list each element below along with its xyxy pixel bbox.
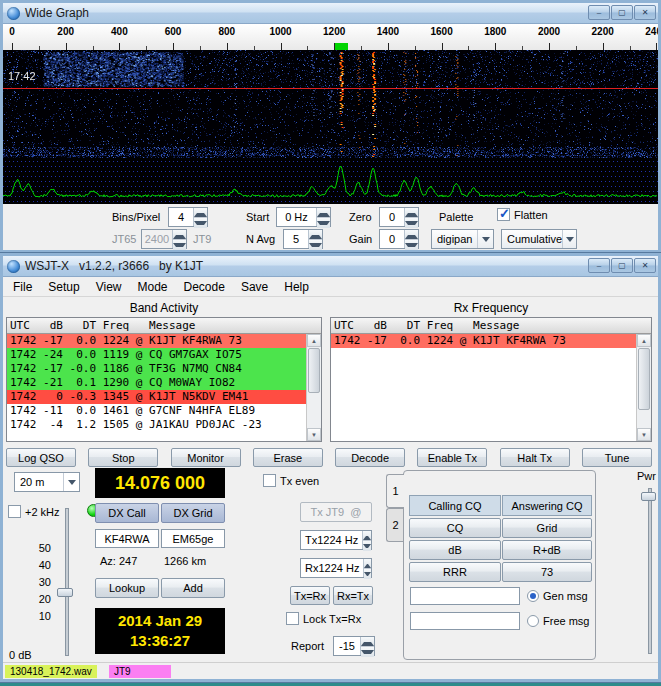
decode-row[interactable]: 1742 -21 0.1 1290 @ CQ M0WAY IO82 [7, 376, 306, 390]
scroll-up-icon[interactable]: ▲ [637, 334, 651, 347]
decode-row[interactable]: 1742 -4 1.2 1505 @ JA1KAU PD0JAC -23 [7, 418, 306, 432]
plus-2khz-checkbox[interactable]: +2 kHz [8, 505, 60, 518]
menu-decode[interactable]: Decode [176, 278, 233, 296]
globe-icon [7, 7, 20, 20]
scrollbar-thumb[interactable] [638, 348, 650, 410]
db-button[interactable]: dB [409, 540, 501, 560]
dx-grid-field[interactable]: EM65ge [161, 529, 225, 548]
zero-spinner[interactable]: 0 [379, 207, 419, 227]
freq-tick [603, 43, 604, 50]
menu-setup[interactable]: Setup [40, 278, 87, 296]
rx-gain-slider-handle[interactable] [57, 588, 73, 597]
dx-call-button[interactable]: DX Call [95, 503, 159, 523]
navg-spinner[interactable]: 5 [283, 229, 323, 249]
dx-grid-button[interactable]: DX Grid [161, 503, 225, 523]
frequency-scale[interactable]: 0200400600800100012001400160018002000220… [3, 24, 658, 50]
band-activity-rows: 1742 -17 0.0 1224 @ K1JT KF4RWA 731742 -… [7, 334, 306, 441]
rx-eq-tx-button[interactable]: Rx=Tx [333, 586, 373, 605]
wide-graph-titlebar[interactable]: Wide Graph – ▢ ✕ [3, 3, 658, 24]
enable-tx-button[interactable]: Enable Tx [417, 448, 487, 467]
maximize-button[interactable]: ▢ [611, 5, 633, 20]
gen-msg-radio[interactable] [527, 590, 539, 602]
display-mode-select[interactable]: Cumulative [501, 229, 577, 249]
rrr-button[interactable]: RRR [409, 562, 501, 582]
close-button[interactable]: ✕ [634, 5, 656, 20]
freq-tick-label: 2400 [645, 26, 658, 37]
jt9-label: JT9 [193, 233, 211, 245]
distance-label: 1266 km [164, 555, 206, 567]
band-select[interactable]: 20 m [14, 472, 80, 492]
main-titlebar[interactable]: WSJT-X v1.2.2, r3666 by K1JT – ▢ ✕ [3, 256, 658, 277]
erase-button[interactable]: Erase [253, 448, 323, 467]
decode-row[interactable]: 1742 -11 0.0 1461 @ G7CNF N4HFA EL89 [7, 404, 306, 418]
flatten-checkbox[interactable]: Flatten [497, 208, 548, 221]
pwr-slider[interactable] [648, 488, 652, 654]
r-db-button[interactable]: R+dB [502, 540, 592, 560]
message-tab-2[interactable]: 2 [386, 508, 404, 542]
decode-row[interactable]: 1742 0 -0.3 1345 @ K1JT N5KDV EM41 [7, 390, 306, 404]
scroll-down-icon[interactable]: ▼ [307, 428, 321, 441]
palette-select[interactable]: digipan [431, 229, 494, 249]
tx-freq-spinner[interactable]: Tx 1224 Hz [300, 530, 372, 550]
message-tab-1[interactable]: 1 [386, 474, 404, 508]
free-msg-radio[interactable] [527, 615, 539, 627]
tx-even-checkbox[interactable]: Tx even [263, 474, 319, 487]
gain-spinner[interactable]: 0 [379, 229, 419, 249]
stop-button[interactable]: Stop [88, 448, 158, 467]
scroll-up-icon[interactable]: ▲ [307, 334, 321, 347]
spectrum-display[interactable] [3, 158, 658, 204]
add-button[interactable]: Add [161, 578, 225, 598]
spin-up-icon [194, 208, 207, 218]
pwr-label: Pwr [637, 470, 656, 482]
db-tick-label: 40 [31, 559, 51, 571]
rx-freq-spinner[interactable]: Rx 1224 Hz [300, 558, 372, 578]
minimize-button[interactable]: – [588, 5, 610, 20]
minimize-button[interactable]: – [588, 258, 610, 273]
bins-pixel-spinner[interactable]: 4 [168, 207, 208, 227]
decode-row[interactable]: 1742 -17 0.0 1224 @ K1JT KF4RWA 73 [7, 334, 306, 348]
decode-row[interactable]: 1742 -24 0.0 1119 @ CQ GM7GAX IO75 [7, 348, 306, 362]
dx-call-field[interactable]: KF4RWA [95, 529, 159, 548]
rx-gain-slider[interactable] [65, 508, 69, 656]
halt-tx-button[interactable]: Halt Tx [500, 448, 570, 467]
free-msg-input[interactable] [410, 612, 520, 630]
zero-db-label: 0 dB [9, 649, 32, 661]
decode-button[interactable]: Decode [335, 448, 405, 467]
freq-tick [281, 43, 282, 50]
waterfall-display[interactable]: 17:42 [3, 50, 658, 158]
menu-save[interactable]: Save [233, 278, 276, 296]
db-tick-label: 10 [31, 610, 51, 622]
scroll-down-icon[interactable]: ▼ [637, 428, 651, 441]
rx-frequency-scrollbar[interactable]: ▲ ▼ [636, 334, 651, 441]
log-qso-button[interactable]: Log QSO [6, 448, 76, 467]
db-tick-label: 20 [31, 593, 51, 605]
band-activity-table: UTC dB DT Freq Message 1742 -17 0.0 1224… [6, 317, 322, 442]
start-spinner[interactable]: 0 Hz [276, 207, 331, 227]
decode-row[interactable]: 1742 -17 0.0 1224 @ K1JT KF4RWA 73 [331, 334, 636, 348]
spin-down-icon [364, 569, 371, 579]
gen-msg-input[interactable] [410, 587, 520, 605]
scrollbar-thumb[interactable] [308, 348, 320, 393]
close-button[interactable]: ✕ [634, 258, 656, 273]
decode-row[interactable]: 1742 -17 -0.0 1186 @ TF3G N7MQ CN84 [7, 362, 306, 376]
pwr-slider-handle[interactable] [641, 492, 656, 501]
grid-button[interactable]: Grid [502, 518, 592, 538]
monitor-button[interactable]: Monitor [171, 448, 241, 467]
rx-frequency-rows: 1742 -17 0.0 1224 @ K1JT KF4RWA 73 [331, 334, 636, 441]
menu-file[interactable]: File [5, 278, 40, 296]
spin-up-icon [405, 230, 418, 240]
freq-tick-label: 2200 [592, 26, 614, 37]
lookup-button[interactable]: Lookup [95, 578, 159, 598]
menu-view[interactable]: View [88, 278, 130, 296]
lock-txrx-checkbox[interactable]: Lock Tx=Rx [286, 612, 361, 625]
freq-tick [656, 43, 657, 50]
menu-help[interactable]: Help [276, 278, 317, 296]
tx-eq-rx-button[interactable]: Tx=Rx [290, 586, 330, 605]
band-activity-scrollbar[interactable]: ▲ ▼ [306, 334, 321, 441]
tune-button[interactable]: Tune [582, 448, 652, 467]
73-button[interactable]: 73 [502, 562, 592, 582]
cq-button[interactable]: CQ [409, 518, 501, 538]
maximize-button[interactable]: ▢ [611, 258, 633, 273]
report-spinner[interactable]: -15 [333, 636, 375, 656]
menu-mode[interactable]: Mode [130, 278, 176, 296]
